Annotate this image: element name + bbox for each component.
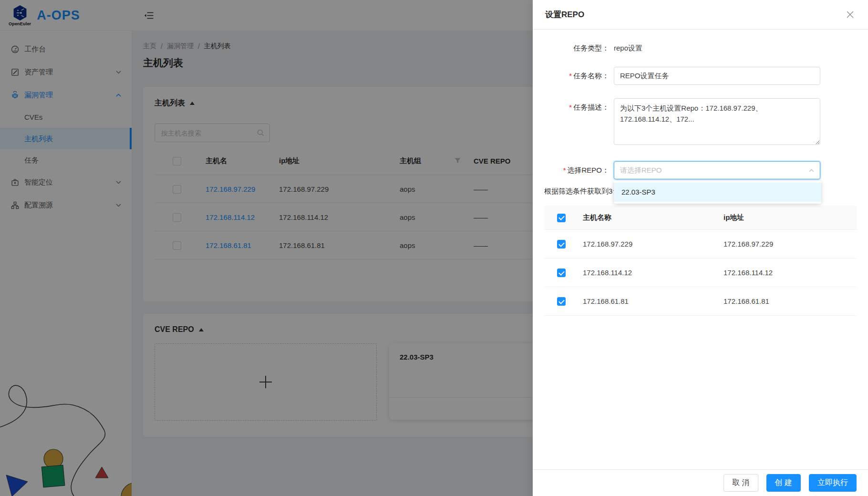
- drawer-table-header: 主机名称 ip地址: [544, 206, 857, 230]
- host-ip: 172.168.114.12: [723, 258, 857, 287]
- drawer-body: 任务类型： repo设置 *任务名称： *任务描述： 为以下3个主机设置Repo…: [533, 30, 868, 469]
- table-row: 172.168.114.12 172.168.114.12: [544, 258, 857, 287]
- task-desc-label: *任务描述：: [544, 98, 614, 147]
- col-host-ip: ip地址: [723, 206, 857, 230]
- host-ip: 172.168.61.81: [723, 287, 857, 316]
- table-row: 172.168.61.81 172.168.61.81: [544, 287, 857, 316]
- host-name: 172.168.61.81: [583, 287, 723, 316]
- close-icon[interactable]: [845, 9, 856, 20]
- task-name-input[interactable]: [614, 67, 820, 85]
- host-name: 172.168.114.12: [583, 258, 723, 287]
- task-desc-textarea[interactable]: 为以下3个主机设置Repo：172.168.97.229、172.168.114…: [614, 98, 820, 145]
- cancel-button[interactable]: 取 消: [723, 474, 758, 492]
- repo-select-placeholder: 请选择REPO: [620, 166, 809, 175]
- required-mark: *: [563, 166, 566, 174]
- repo-select-label: *选择REPO：: [544, 161, 614, 179]
- task-type-value: repo设置: [614, 44, 642, 52]
- dropdown-option-2203sp3[interactable]: 22.03-SP3: [614, 183, 821, 202]
- select-all-checkbox[interactable]: [557, 214, 566, 222]
- task-name-row: *任务名称：: [544, 67, 857, 85]
- chevron-up-icon: [809, 169, 814, 172]
- repo-select[interactable]: 请选择REPO: [614, 161, 820, 179]
- task-name-label: *任务名称：: [544, 67, 614, 85]
- drawer-footer: 取 消 创 建 立即执行: [533, 469, 868, 496]
- drawer-host-table: 主机名称 ip地址 172.168.97.229 172.168.97.229 …: [544, 206, 857, 316]
- row-checkbox[interactable]: [557, 269, 566, 277]
- host-ip: 172.168.97.229: [723, 230, 857, 258]
- repo-select-row: *选择REPO： 请选择REPO 22.03-SP3: [544, 161, 857, 179]
- required-mark: *: [569, 103, 572, 111]
- set-repo-drawer: 设置REPO 任务类型： repo设置 *任务名称： *任务描述： 为以下3个主…: [533, 0, 868, 496]
- task-desc-row: *任务描述： 为以下3个主机设置Repo：172.168.97.229、172.…: [544, 98, 857, 147]
- task-type-label: 任务类型：: [544, 43, 614, 53]
- execute-now-button[interactable]: 立即执行: [809, 474, 857, 492]
- drawer-header: 设置REPO: [533, 0, 868, 30]
- col-host-name: 主机名称: [583, 206, 723, 230]
- required-mark: *: [569, 72, 572, 80]
- repo-select-dropdown: 22.03-SP3: [614, 181, 821, 204]
- create-button[interactable]: 创 建: [766, 474, 801, 492]
- task-type-row: 任务类型： repo设置: [544, 43, 857, 53]
- host-name: 172.168.97.229: [583, 230, 723, 258]
- row-checkbox[interactable]: [557, 297, 566, 306]
- row-checkbox[interactable]: [557, 240, 566, 248]
- drawer-title: 设置REPO: [545, 9, 584, 20]
- table-row: 172.168.97.229 172.168.97.229: [544, 230, 857, 258]
